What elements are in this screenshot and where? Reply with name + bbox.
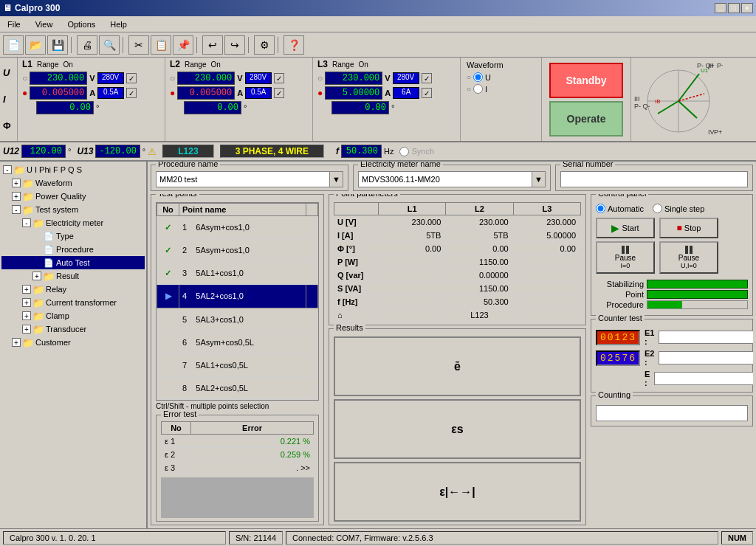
expand-uiphifpqs[interactable]: - xyxy=(3,165,12,174)
error-row-2: ε 2 0.259 % xyxy=(162,448,314,461)
l1-range-u-btn[interactable]: 280V xyxy=(97,72,124,84)
l3-range-u-btn[interactable]: 280V xyxy=(393,72,419,84)
step-mode-radio[interactable] xyxy=(653,204,662,213)
waveform-i-radio[interactable] xyxy=(473,84,483,94)
expand-transducer[interactable]: + xyxy=(22,325,31,334)
sidebar-item-test-system[interactable]: - 📁 Test system xyxy=(1,203,145,216)
expand-current-transformer[interactable]: + xyxy=(22,298,31,307)
result-icon: 📁 xyxy=(43,270,55,282)
close-button[interactable]: × xyxy=(741,3,753,13)
maximize-button[interactable]: □ xyxy=(728,3,740,13)
print-button[interactable]: 🖨 xyxy=(77,35,97,55)
pause-i0-button[interactable]: Pause I=0 xyxy=(596,241,655,274)
l2-range-i-btn[interactable]: 0.5A xyxy=(245,87,272,99)
standby-button[interactable]: Standby xyxy=(549,63,623,98)
redo-button[interactable]: ↪ xyxy=(224,35,245,55)
sidebar-item-electricity-meter[interactable]: - 📁 Electricity meter xyxy=(1,216,145,229)
sidebar-label-current-transformer: Current transformer xyxy=(46,298,117,307)
counter-e2-input[interactable] xyxy=(659,351,753,364)
menu-options[interactable]: Options xyxy=(63,18,100,30)
l3-u-on-check[interactable] xyxy=(422,73,432,83)
auto-mode-radio[interactable] xyxy=(596,204,605,213)
copy-button[interactable]: 📋 xyxy=(151,35,171,55)
pause-ui0-button[interactable]: Pause U,I=0 xyxy=(659,241,718,274)
step-mode-option[interactable]: Single step xyxy=(653,204,704,213)
l2-i-on-check[interactable] xyxy=(274,88,284,98)
point-progress-bar xyxy=(647,290,748,299)
u-label: U xyxy=(3,67,14,78)
serial-number-input[interactable] xyxy=(560,171,748,187)
stop-button[interactable]: ■ Stop xyxy=(659,218,718,238)
operate-button[interactable]: Operate xyxy=(549,101,623,136)
sidebar-item-waveform[interactable]: + 📁 Waveform xyxy=(1,176,145,190)
l1-u-on-check[interactable] xyxy=(126,73,137,83)
expand-clamp[interactable]: + xyxy=(22,311,31,320)
error-test-panel: Error test No Error ε 1 0.221 % xyxy=(156,415,319,522)
open-button[interactable]: 📂 xyxy=(25,35,46,55)
l1-on-label: On xyxy=(63,61,72,69)
save-button[interactable]: 💾 xyxy=(47,35,68,55)
param-i-l1: 5TB xyxy=(379,229,446,242)
l3-i-on-check[interactable] xyxy=(422,88,432,98)
sidebar-item-transducer[interactable]: + 📁 Transducer xyxy=(1,322,145,336)
expand-test-system[interactable]: - xyxy=(12,205,21,214)
l2-range-u-btn[interactable]: 280V xyxy=(245,72,272,84)
sidebar-item-clamp[interactable]: + 📁 Clamp xyxy=(1,309,145,322)
undo-button[interactable]: ↩ xyxy=(202,35,223,55)
sidebar-item-result[interactable]: + 📁 Result xyxy=(1,269,145,283)
waveform-u-radio[interactable] xyxy=(473,72,483,82)
help-button[interactable]: ❓ xyxy=(284,35,304,55)
counter-e-input[interactable] xyxy=(654,372,753,385)
electricity-meter-name-dropdown[interactable]: ▼ xyxy=(532,172,545,187)
procedure-name-panel: Procedure name MM20 test ▼ xyxy=(151,165,348,191)
test-point-row-2[interactable]: ✓ 2 5Asym+cos1,0 xyxy=(157,239,318,262)
procedure-name-dropdown[interactable]: ▼ xyxy=(329,172,343,187)
test-point-row-8[interactable]: 8 5AL2+cos0,5L xyxy=(157,376,318,399)
test-point-row-7[interactable]: 7 5AL1+cos0,5L xyxy=(157,353,318,376)
paste-button[interactable]: 📌 xyxy=(173,35,193,55)
svg-line-11 xyxy=(678,74,699,101)
menu-view[interactable]: View xyxy=(31,18,58,30)
synch-radio[interactable] xyxy=(399,147,409,156)
print-preview-button[interactable]: 🔍 xyxy=(99,35,120,55)
param-f-l3 xyxy=(513,295,580,308)
test-point-row-6[interactable]: 6 5Asym+cos0,5L xyxy=(157,331,318,353)
sidebar-item-auto-test[interactable]: 📄 Auto Test xyxy=(1,256,145,269)
minimize-button[interactable]: _ xyxy=(715,3,726,13)
settings-button[interactable]: ⚙ xyxy=(254,35,275,55)
l1-i-on-check[interactable] xyxy=(126,88,137,98)
sidebar-label-auto-test: Auto Test xyxy=(56,258,90,267)
sidebar-label-type: Type xyxy=(56,232,74,241)
l3-range-i-btn[interactable]: 6A xyxy=(393,87,419,99)
expand-waveform[interactable]: + xyxy=(12,179,21,187)
sidebar-item-relay[interactable]: + 📁 Relay xyxy=(1,283,145,296)
test-point-row-4[interactable]: ▶ 4 5AL2+cos1,0 xyxy=(157,285,318,308)
expand-relay[interactable]: + xyxy=(22,285,31,294)
param-u-l2: 230.000 xyxy=(446,215,513,229)
counting-input[interactable] xyxy=(596,405,748,421)
counter-e1-input[interactable] xyxy=(659,331,753,344)
l2-i-indicator: ● xyxy=(170,88,175,98)
auto-mode-option[interactable]: Automatic xyxy=(596,204,644,213)
warning-icon: ⚠ xyxy=(148,146,157,157)
sidebar-item-uiphifpqs[interactable]: - 📁 U I Phi F P Q S xyxy=(1,163,145,176)
expand-electricity-meter[interactable]: - xyxy=(22,218,31,227)
test-point-row-1[interactable]: ✓ 1 6Asym+cos1,0 xyxy=(157,216,318,239)
expand-result[interactable]: + xyxy=(32,272,41,280)
test-point-row-5[interactable]: 5 5AL3+cos1,0 xyxy=(157,308,318,331)
sidebar-item-power-quality[interactable]: + 📁 Power Quality xyxy=(1,190,145,203)
sidebar-item-procedure[interactable]: 📄 Procedure xyxy=(1,243,145,256)
l2-u-on-check[interactable] xyxy=(274,73,284,83)
expand-power-quality[interactable]: + xyxy=(12,192,21,201)
sidebar-item-customer[interactable]: + 📁 Customer xyxy=(1,336,145,349)
menu-file[interactable]: File xyxy=(3,18,25,30)
sidebar-item-current-transformer[interactable]: + 📁 Current transformer xyxy=(1,296,145,309)
test-point-row-3[interactable]: ✓ 3 5AL1+cos1,0 xyxy=(157,262,318,285)
new-button[interactable]: 📄 xyxy=(3,35,24,55)
start-button[interactable]: ▶ Start xyxy=(596,218,655,238)
cut-button[interactable]: ✂ xyxy=(128,35,149,55)
sidebar-item-type[interactable]: 📄 Type xyxy=(1,229,145,243)
expand-customer[interactable]: + xyxy=(12,338,21,347)
l1-range-i-btn[interactable]: 0.5A xyxy=(97,87,124,99)
menu-help[interactable]: Help xyxy=(106,18,131,30)
